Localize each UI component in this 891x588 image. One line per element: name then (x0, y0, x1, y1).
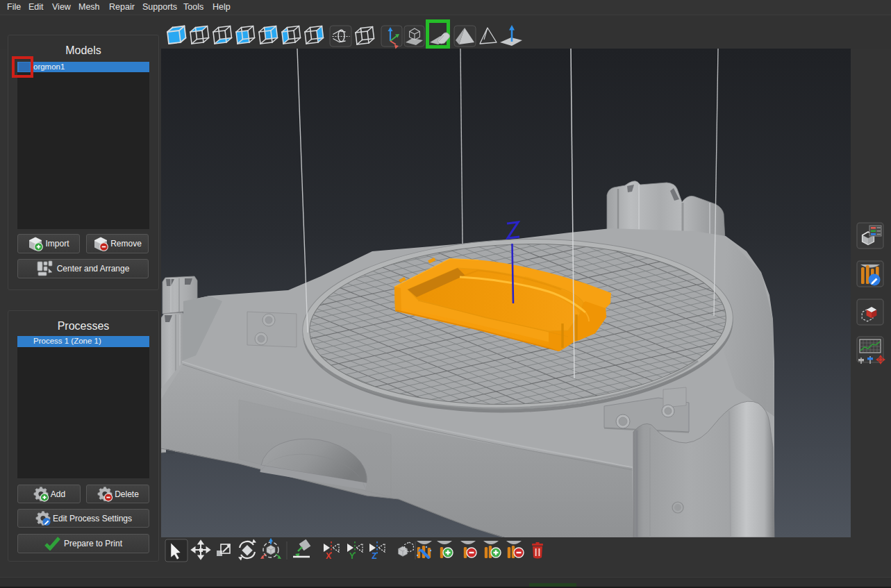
svg-text:Y: Y (349, 551, 355, 561)
svg-text:Z: Z (372, 551, 376, 561)
svg-text:X: X (326, 551, 331, 561)
